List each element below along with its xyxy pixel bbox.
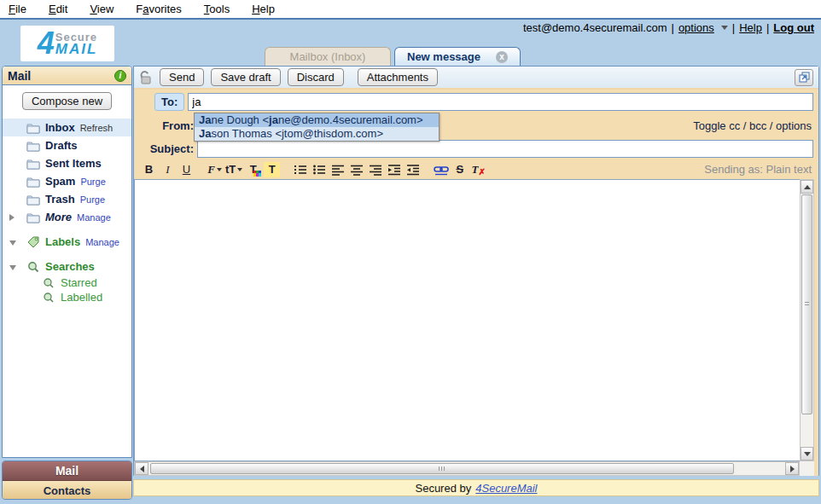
- send-button[interactable]: Send: [160, 68, 204, 86]
- horizontal-scrollbar[interactable]: [134, 461, 800, 476]
- logout-link[interactable]: Log out: [773, 21, 814, 34]
- autocomplete-option-jane[interactable]: Jane Dough <jane@demo.4securemail.com>: [195, 113, 439, 127]
- trash-purge-link[interactable]: Purge: [80, 194, 105, 205]
- message-body-input[interactable]: [134, 179, 800, 461]
- align-center-icon[interactable]: [348, 162, 364, 177]
- search-icon: [42, 292, 55, 304]
- folder-icon: [26, 176, 40, 188]
- separator: |: [732, 21, 735, 34]
- remove-format-icon[interactable]: T✗: [470, 162, 486, 177]
- popout-window-button[interactable]: [795, 69, 813, 86]
- bold-icon[interactable]: B: [141, 162, 157, 177]
- scroll-left-button[interactable]: [135, 462, 148, 475]
- labels-manage-link[interactable]: Manage: [85, 237, 119, 247]
- menu-file[interactable]: File: [9, 3, 26, 15]
- menu-help[interactable]: Help: [252, 3, 275, 15]
- message-body-region: [134, 179, 818, 461]
- numbered-list-icon[interactable]: [292, 162, 308, 177]
- account-bar: test@demo.4securemail.com | options | He…: [523, 21, 814, 34]
- tab-mailbox-inbox[interactable]: Mailbox (Inbox): [265, 47, 391, 66]
- sidebar-item-spam[interactable]: Spam Purge: [3, 172, 131, 190]
- help-link[interactable]: Help: [739, 21, 762, 34]
- to-row: To:: [134, 90, 818, 113]
- toggle-cc-bcc-link[interactable]: Toggle cc / bcc / options: [693, 119, 812, 132]
- italic-icon[interactable]: I: [160, 162, 176, 177]
- font-color-icon[interactable]: T: [245, 162, 261, 177]
- align-left-icon[interactable]: [329, 162, 346, 177]
- tag-icon: [26, 236, 40, 248]
- account-email: test@demo.4securemail.com: [523, 21, 667, 34]
- sidebar-item-sent-items[interactable]: Sent Items: [3, 154, 131, 172]
- vertical-scrollbar[interactable]: [800, 179, 814, 461]
- align-right-icon[interactable]: [367, 162, 383, 177]
- discard-button[interactable]: Discard: [288, 68, 344, 86]
- expand-arrow-icon[interactable]: [9, 214, 15, 221]
- spam-purge-link[interactable]: Purge: [80, 177, 105, 187]
- more-manage-link[interactable]: Manage: [77, 212, 111, 223]
- scroll-up-button[interactable]: [801, 180, 813, 194]
- attachments-button[interactable]: Attachments: [358, 68, 438, 86]
- scroll-down-button[interactable]: [801, 447, 813, 461]
- popout-icon: [799, 72, 810, 83]
- app-window: File Edit View Favorites Tools Help 4 Se…: [0, 0, 821, 504]
- tab-label: New message: [407, 50, 480, 63]
- collapse-arrow-icon[interactable]: [9, 240, 16, 246]
- folder-icon: [26, 211, 40, 223]
- info-icon[interactable]: i: [114, 70, 126, 82]
- save-draft-button[interactable]: Save draft: [211, 68, 280, 86]
- subject-input[interactable]: [197, 140, 813, 158]
- sidebar-item-starred[interactable]: Starred: [3, 275, 131, 290]
- to-input[interactable]: [188, 93, 813, 111]
- to-label-button[interactable]: To:: [154, 93, 184, 111]
- outdent-icon[interactable]: [405, 162, 421, 177]
- switch-contacts-button[interactable]: Contacts: [3, 481, 131, 500]
- font-size-icon[interactable]: tT: [225, 162, 242, 177]
- folder-label: Sent Items: [45, 157, 102, 170]
- collapse-arrow-icon[interactable]: [9, 265, 16, 270]
- footer-brand-link[interactable]: 4SecureMail: [475, 482, 537, 495]
- sidebar-item-trash[interactable]: Trash Purge: [3, 190, 131, 208]
- options-link[interactable]: options: [678, 21, 714, 34]
- folder-icon: [26, 122, 40, 134]
- vertical-scrollbar-thumb[interactable]: [801, 194, 812, 414]
- options-caret-icon[interactable]: [721, 26, 728, 30]
- sidebar-item-labelled[interactable]: Labelled: [3, 290, 131, 304]
- folder-label: More: [45, 211, 72, 223]
- search-label: Starred: [61, 276, 97, 289]
- link-icon[interactable]: [433, 162, 449, 177]
- autocomplete-option-jason[interactable]: Jason Thomas <jtom@thisdom.com>: [195, 127, 439, 141]
- footer-text: Secured by: [415, 482, 471, 495]
- scroll-right-button[interactable]: [785, 462, 799, 475]
- tab-label: Mailbox (Inbox): [290, 50, 366, 63]
- sending-as-status: Sending as: Plain text: [704, 163, 812, 176]
- sidebar-item-more[interactable]: More Manage: [3, 208, 131, 226]
- sidebar-item-drafts[interactable]: Drafts: [3, 136, 131, 154]
- app-switcher: Mail Contacts: [2, 461, 132, 500]
- sidebar: Mail i Compose new Inbox Refresh Drafts …: [2, 66, 132, 458]
- sidebar-item-inbox[interactable]: Inbox Refresh: [3, 119, 131, 136]
- menu-favorites[interactable]: Favorites: [136, 3, 181, 15]
- inbox-refresh-link[interactable]: Refresh: [80, 123, 114, 133]
- compose-new-button[interactable]: Compose new: [22, 92, 112, 110]
- from-label: From:: [141, 119, 194, 132]
- tab-new-message[interactable]: New message x: [394, 47, 521, 66]
- folder-icon: [26, 194, 40, 206]
- underline-icon[interactable]: U: [178, 162, 195, 177]
- menu-view[interactable]: View: [90, 3, 114, 15]
- highlight-icon[interactable]: T: [264, 162, 280, 177]
- switch-mail-button[interactable]: Mail: [3, 461, 131, 481]
- compose-toolbar: Send Save draft Discard Attachments: [134, 67, 818, 90]
- strikethrough-icon[interactable]: S: [451, 162, 468, 177]
- menu-edit[interactable]: Edit: [49, 3, 67, 15]
- tab-close-icon[interactable]: x: [496, 51, 508, 63]
- unlocked-icon: [139, 70, 153, 85]
- bullet-list-icon[interactable]: [311, 162, 327, 177]
- sidebar-item-searches[interactable]: Searches: [3, 258, 131, 275]
- font-family-icon[interactable]: F: [207, 162, 223, 177]
- scrollbar-corner: [800, 461, 814, 476]
- sidebar-item-labels[interactable]: Labels Manage: [3, 233, 131, 251]
- menu-tools[interactable]: Tools: [204, 3, 230, 15]
- horizontal-scrollbar-thumb[interactable]: [150, 463, 734, 474]
- folder-icon: [26, 140, 40, 152]
- indent-icon[interactable]: [386, 162, 402, 177]
